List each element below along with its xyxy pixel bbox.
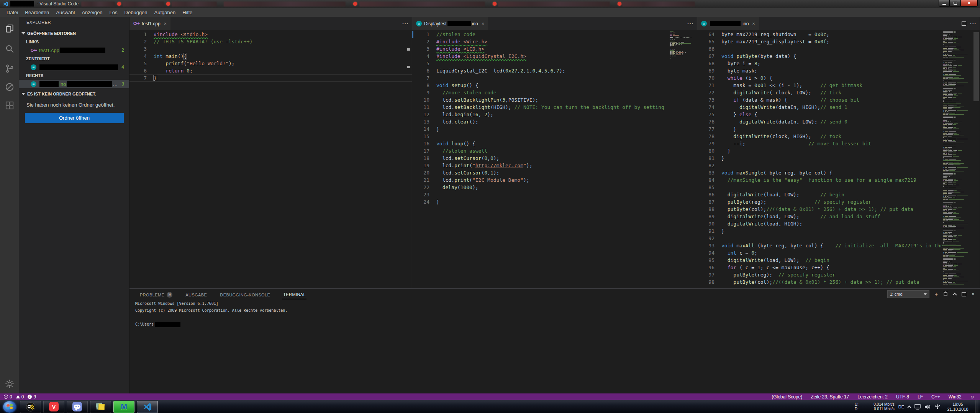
code-line[interactable]: 77 } xyxy=(697,125,980,133)
code-line[interactable]: 95 digitalWrite(load, LOW); // begin xyxy=(697,257,980,264)
code-line[interactable]: 7 xyxy=(412,74,697,82)
status-item[interactable]: Zeile 23, Spalte 17 xyxy=(811,394,849,400)
open-editor-item[interactable]: C++test1.cpp2 xyxy=(19,46,129,54)
code-line[interactable]: 10 lcd.setBacklightPin(3,POSITIVE); xyxy=(412,96,697,104)
code-line[interactable]: 96 for ( c = 1; c <= maxInUse; c++) { xyxy=(697,264,980,271)
code-line[interactable]: 3#include <LCD.h> xyxy=(412,45,697,53)
code-line[interactable]: 1//stolen code xyxy=(412,31,697,38)
code-line[interactable]: 65byte max7219_reg_displayTest = 0x0f; xyxy=(697,38,980,45)
code-line[interactable]: 86 digitalWrite(load, LOW); // begin xyxy=(697,191,980,198)
code-line[interactable]: 88 putByte(col);//((data & 0x01) * 256) … xyxy=(697,206,980,213)
source-control-icon[interactable] xyxy=(5,64,15,74)
close-icon[interactable]: × xyxy=(752,21,755,26)
close-icon[interactable]: × xyxy=(482,21,485,26)
code-line[interactable]: 23 xyxy=(412,191,697,198)
taskbar-app-discord-icon[interactable] xyxy=(67,401,88,413)
status-item[interactable]: Leerzeichen: 2 xyxy=(857,394,888,400)
code-line[interactable]: 11 lcd.setBacklight(HIGH); // NOTE: You … xyxy=(412,104,697,111)
status-item[interactable]: UTF-8 xyxy=(896,394,909,400)
feedback-smiley-icon[interactable]: ☺ xyxy=(970,394,975,400)
code-line[interactable]: 82 xyxy=(697,162,980,169)
panel-tab-ausgabe[interactable]: AUSGABE xyxy=(185,290,208,299)
close-icon[interactable]: × xyxy=(164,21,167,26)
editor-tab[interactable]: C++test1.cpp× xyxy=(129,17,171,30)
code-line[interactable]: 80 } xyxy=(697,147,980,155)
code-line[interactable]: 92 xyxy=(697,235,980,242)
menu-item-anzeigen[interactable]: Anzeigen xyxy=(78,8,106,16)
code-line[interactable]: 79 --i; // move to lesser bit xyxy=(697,140,980,147)
code-line[interactable]: 14} xyxy=(412,125,697,133)
code-line[interactable]: 93void maxAll (byte reg, byte col) { // … xyxy=(697,242,980,249)
status-item[interactable]: (Global Scope) xyxy=(772,394,802,400)
code-line[interactable]: 81} xyxy=(697,155,980,162)
new-terminal-icon[interactable]: + xyxy=(935,291,938,297)
terminal-output[interactable]: Microsoft Windows [Version 6.1.7601]Copy… xyxy=(135,300,287,328)
code-line[interactable]: 83void maxSingle( byte reg, byte col) { xyxy=(697,169,980,176)
code-line[interactable]: 84 //maxSingle is the "easy" function to… xyxy=(697,176,980,184)
tray-expand-icon[interactable] xyxy=(908,405,911,409)
code-line[interactable]: 16void loop() { xyxy=(412,140,697,147)
close-panel-icon[interactable]: × xyxy=(972,291,975,297)
code-line[interactable]: 3 xyxy=(129,45,412,53)
code-line[interactable]: 91} xyxy=(697,227,980,235)
open-editor-item[interactable]: ∞ino…3 xyxy=(19,80,129,88)
code-line[interactable]: 22 delay(1000); xyxy=(412,184,697,191)
minimap[interactable] xyxy=(943,31,969,287)
minimize-button[interactable] xyxy=(939,0,950,7)
code-line[interactable]: 98 putByte(col);//((data & 0x01) * 256) … xyxy=(697,278,980,286)
volume-tray-icon[interactable] xyxy=(924,404,931,410)
code-line[interactable]: 6LiquidCrystal_I2C lcd(0x27,2,1,0,4,5,6,… xyxy=(412,67,697,74)
taskbar-app-malwarebytes-icon[interactable]: M xyxy=(113,401,134,413)
taskbar-app-sticky-notes-icon[interactable] xyxy=(90,401,111,413)
code-line[interactable]: 68 byte i = 8; xyxy=(697,60,980,67)
menu-item-los[interactable]: Los xyxy=(106,8,121,16)
debug-icon[interactable] xyxy=(5,82,15,92)
open-editors-header[interactable]: GEÖFFNETE EDITOREN xyxy=(19,29,129,38)
code-line[interactable]: 2#include <Wire.h> xyxy=(412,38,697,45)
menu-item-aufgaben[interactable]: Aufgaben xyxy=(151,8,179,16)
status-info-circle-icon[interactable]: i9 xyxy=(28,394,36,400)
code-line[interactable]: 9 //more stolen code xyxy=(412,89,697,96)
no-folder-header[interactable]: ES IST KEIN ORDNER GEÖFFNET. xyxy=(19,90,129,98)
taskbar-app-vivaldi-icon[interactable]: V xyxy=(43,401,64,413)
split-editor-icon[interactable] xyxy=(962,21,966,26)
code-line[interactable]: 1#include <stdio.h> xyxy=(129,31,412,38)
search-icon[interactable] xyxy=(5,44,15,54)
code-line[interactable]: 74 digitalWrite(dataIn, HIGH);// send 1 xyxy=(697,104,980,111)
code-line[interactable]: 90 digitalWrite(load, HIGH); xyxy=(697,220,980,227)
windows-start-button[interactable] xyxy=(3,401,16,413)
code-line[interactable]: 20 lcd.setCursor(0,1); xyxy=(412,169,697,176)
code-line[interactable]: 97 putByte(reg); // specify register xyxy=(697,271,980,278)
taskbar-app-vscode-icon[interactable] xyxy=(137,401,158,413)
usb-tray-icon[interactable] xyxy=(934,404,941,410)
code-line[interactable]: 76 digitalWrite(dataIn, LOW); // send 0 xyxy=(697,118,980,125)
menu-item-auswahl[interactable]: Auswahl xyxy=(52,8,78,16)
more-actions-icon[interactable]: ··· xyxy=(687,21,694,27)
split-terminal-icon[interactable] xyxy=(962,292,966,296)
code-line[interactable]: 66 xyxy=(697,45,980,53)
extensions-icon[interactable] xyxy=(5,100,15,110)
show-desktop-button[interactable] xyxy=(975,400,978,413)
code-line[interactable]: 6 return 0; xyxy=(129,67,412,74)
kill-terminal-icon[interactable] xyxy=(943,291,948,298)
minimap[interactable] xyxy=(670,31,691,59)
files-icon[interactable] xyxy=(5,24,15,34)
code-line[interactable]: 17 //stolen aswell xyxy=(412,147,697,155)
status-item[interactable]: Win32 xyxy=(949,394,962,400)
code-line[interactable]: 4int main(){ xyxy=(129,53,412,60)
code-line[interactable]: 75 } else { xyxy=(697,111,980,118)
code-line[interactable]: 78 digitalWrite(clock, HIGH); // tock xyxy=(697,133,980,140)
code-line[interactable]: 64byte max7219_reg_shutdown = 0x0c; xyxy=(697,31,980,38)
settings-gear-icon[interactable] xyxy=(5,379,15,389)
code-line[interactable]: 24} xyxy=(412,198,697,206)
code-line[interactable]: 67void putByte(byte data) { xyxy=(697,53,980,60)
code-line[interactable]: 85 xyxy=(697,184,980,191)
more-actions-icon[interactable]: ··· xyxy=(402,21,409,27)
menu-item-datei[interactable]: Datei xyxy=(3,8,21,16)
close-button[interactable]: × xyxy=(960,0,978,7)
code-line[interactable]: 19 lcd.print("http://mklec.com"); xyxy=(412,162,697,169)
code-line[interactable]: 7} xyxy=(129,74,412,82)
editor-tab[interactable]: ∞.ino× xyxy=(697,17,759,30)
code-line[interactable]: 4#include <LiquidCrystal_I2C.h> xyxy=(412,53,697,60)
code-line[interactable]: 71 mask = 0x01 << (i - 1); // get bitmas… xyxy=(697,82,980,89)
